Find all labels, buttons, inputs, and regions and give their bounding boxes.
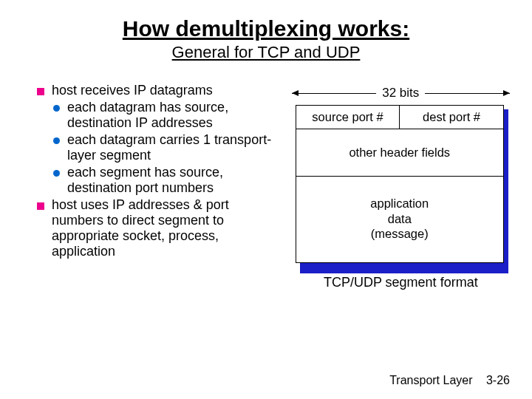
bullet-list: host receives IP datagrams each datagram…: [22, 83, 279, 290]
app-data-line: application: [299, 196, 500, 211]
square-bullet-icon: [37, 88, 44, 95]
bits-width-label: 32 bits: [292, 86, 510, 100]
diagram-column: 32 bits source port # dest port # other …: [292, 83, 510, 290]
bullet-text: each datagram has source, destination IP…: [67, 100, 279, 131]
slide-footer: Transport Layer 3-26: [389, 374, 510, 387]
app-data-cell: application data (message): [296, 177, 503, 262]
list-item: host receives IP datagrams: [37, 83, 279, 98]
sub-list-item: each segment has source, destination por…: [53, 165, 279, 196]
segment-diagram: source port # dest port # other header f…: [296, 105, 506, 263]
app-data-line: (message): [299, 226, 500, 242]
other-header-cell: other header fields: [296, 129, 503, 177]
footer-page: 3-26: [486, 374, 510, 386]
circle-bullet-icon: [53, 105, 60, 112]
segment-box: source port # dest port # other header f…: [296, 105, 504, 263]
circle-bullet-icon: [53, 170, 60, 177]
bullet-text: each segment has source, destination por…: [67, 165, 279, 196]
bullet-text: host uses IP addresses & port numbers to…: [52, 197, 279, 259]
footer-layer: Transport Layer: [389, 374, 472, 386]
sub-list-item: each datagram has source, destination IP…: [53, 100, 279, 131]
source-port-cell: source port #: [296, 106, 400, 129]
bullet-text: host receives IP datagrams: [52, 83, 213, 98]
circle-bullet-icon: [53, 137, 60, 144]
square-bullet-icon: [37, 202, 44, 210]
slide-title: How demultiplexing works:: [22, 16, 510, 41]
arrow-left-icon: [292, 93, 377, 94]
bits-text: 32 bits: [376, 86, 425, 100]
diagram-caption: TCP/UDP segment format: [292, 275, 510, 290]
sub-list-item: each datagram carries 1 transport-layer …: [53, 132, 279, 163]
list-item: host uses IP addresses & port numbers to…: [37, 197, 279, 259]
ports-row: source port # dest port #: [296, 106, 503, 129]
dest-port-cell: dest port #: [400, 106, 503, 129]
app-data-line: data: [299, 211, 500, 227]
content-area: host receives IP datagrams each datagram…: [22, 83, 510, 290]
slide-subtitle: General for TCP and UDP: [22, 43, 510, 62]
bullet-text: each datagram carries 1 transport-layer …: [67, 132, 279, 163]
arrow-right-icon: [425, 93, 510, 94]
